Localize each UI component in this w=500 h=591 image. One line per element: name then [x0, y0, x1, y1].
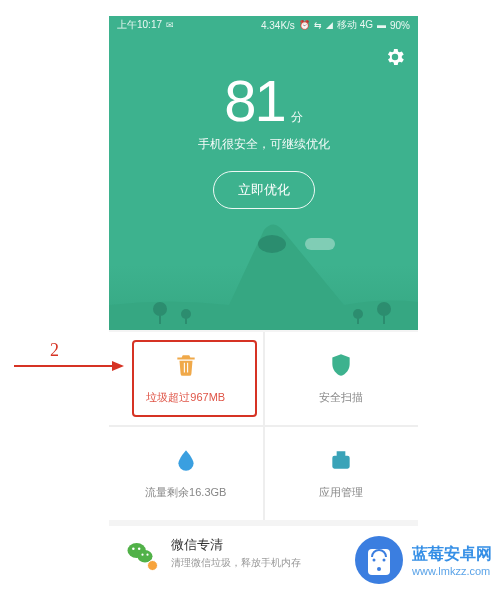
svg-marker-8 — [112, 361, 124, 371]
tile-label: 安全扫描 — [319, 390, 363, 405]
hero-section: 81 分 手机很安全，可继续优化 立即优化 — [109, 34, 418, 330]
gear-icon — [384, 46, 406, 68]
svg-point-11 — [377, 567, 381, 571]
settings-button[interactable] — [384, 46, 406, 68]
app-icon — [328, 447, 354, 473]
tile-app-management[interactable]: 应用管理 — [265, 427, 419, 520]
annotation-arrow-icon — [14, 360, 124, 372]
svg-point-6 — [146, 554, 148, 556]
phone-screen: 上午10:17 ✉ 4.34K/s ⏰ ⇆ ◢ 移动 4G ▬ 90% — [109, 16, 418, 576]
watermark-name: 蓝莓安卓网 — [412, 544, 492, 565]
tree-icon — [181, 309, 191, 324]
svg-point-12 — [373, 559, 376, 562]
alarm-icon: ⏰ — [299, 20, 310, 30]
watermark-url: www.lmkzz.com — [412, 565, 492, 577]
watermark: 蓝莓安卓网 www.lmkzz.com — [354, 535, 492, 585]
message-icon: ✉ — [166, 20, 174, 30]
broom-badge-icon — [147, 560, 158, 571]
tile-label: 应用管理 — [319, 485, 363, 500]
tree-icon — [353, 309, 363, 324]
droplet-icon — [173, 447, 199, 473]
feature-grid: 垃圾超过967MB 安全扫描 流量剩余16.3GB 应用管理 — [109, 332, 418, 520]
tile-security-scan[interactable]: 安全扫描 — [265, 332, 419, 425]
signal-icon: ◢ — [326, 20, 333, 30]
score-unit: 分 — [291, 109, 303, 126]
battery-icon: ▬ — [377, 20, 386, 30]
watermark-logo-icon — [354, 535, 404, 585]
status-speed: 4.34K/s — [261, 20, 295, 31]
annotation-number: 2 — [50, 340, 59, 361]
status-battery: 90% — [390, 20, 410, 31]
tree-icon — [377, 302, 391, 324]
shield-icon — [328, 352, 354, 378]
cloud-icon — [305, 238, 335, 250]
optimize-button[interactable]: 立即优化 — [213, 171, 315, 209]
svg-point-13 — [383, 559, 386, 562]
tile-trash-cleanup[interactable]: 垃圾超过967MB — [109, 332, 263, 425]
wechat-subtitle: 清理微信垃圾，释放手机内存 — [171, 556, 301, 570]
wechat-icon — [123, 536, 157, 570]
svg-point-5 — [141, 554, 143, 556]
score-number: 81 — [224, 72, 285, 130]
svg-point-3 — [132, 548, 135, 551]
tree-icon — [153, 302, 167, 324]
svg-point-4 — [138, 548, 141, 551]
wifi-icon: ⇆ — [314, 20, 322, 30]
svg-point-0 — [258, 235, 286, 253]
status-bar: 上午10:17 ✉ 4.34K/s ⏰ ⇆ ◢ 移动 4G ▬ 90% — [109, 16, 418, 34]
svg-rect-10 — [368, 549, 390, 575]
tile-label: 流量剩余16.3GB — [145, 485, 226, 500]
tile-data-usage[interactable]: 流量剩余16.3GB — [109, 427, 263, 520]
status-time: 上午10:17 — [117, 18, 162, 32]
status-network: 移动 4G — [337, 18, 373, 32]
score-subtitle: 手机很安全，可继续优化 — [109, 136, 418, 153]
wechat-title: 微信专清 — [171, 536, 301, 554]
trash-icon — [173, 352, 199, 378]
tile-label: 垃圾超过967MB — [146, 390, 225, 405]
